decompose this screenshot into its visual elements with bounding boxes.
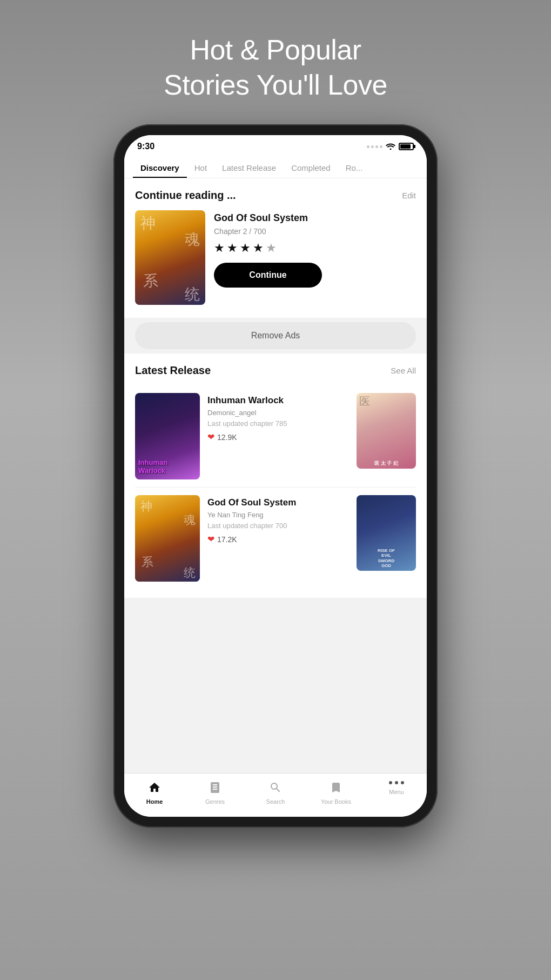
- list-item[interactable]: Inhuman Warlock Inhuman Warlock Demonic_…: [135, 385, 416, 488]
- soul2-title: God Of Soul System: [207, 497, 349, 508]
- continue-section: Continue reading ... Edit 神 魂 系 统 God Of…: [124, 178, 427, 318]
- remove-ads-button[interactable]: Remove Ads: [135, 322, 416, 349]
- latest-title: Latest Release: [135, 364, 211, 377]
- tab-discovery[interactable]: Discovery: [133, 156, 187, 178]
- status-bar: 9:30: [124, 135, 427, 156]
- see-all-action[interactable]: See All: [391, 366, 416, 375]
- continue-book-info: God Of Soul System Chapter 2 / 700 ★ ★ ★…: [214, 210, 416, 288]
- inhuman-title: Inhuman Warlock: [207, 395, 349, 406]
- search-icon: [269, 781, 282, 796]
- nav-menu[interactable]: Menu: [366, 779, 427, 807]
- star-2: ★: [227, 241, 238, 255]
- menu-icon: [389, 781, 404, 784]
- continue-header: Continue reading ... Edit: [135, 189, 416, 202]
- inhuman-likes: ❤ 12.9K: [207, 432, 349, 442]
- tabs-bar: Discovery Hot Latest Release Completed R…: [124, 156, 427, 178]
- latest-header: Latest Release See All: [135, 364, 416, 377]
- battery-icon: [399, 143, 414, 150]
- edit-action[interactable]: Edit: [402, 191, 416, 200]
- hero-line2: Stories You'll Love: [164, 69, 387, 101]
- tab-hot[interactable]: Hot: [187, 156, 214, 178]
- inhuman-cover: Inhuman Warlock: [135, 393, 200, 479]
- star-5: ★: [266, 241, 277, 255]
- side-cover-c1: 医 医 太 子 妃: [357, 393, 416, 469]
- hero-text: Hot & Popular Stories You'll Love: [164, 32, 387, 103]
- soul2-info: God Of Soul System Ye Nan Ting Feng Last…: [207, 495, 349, 544]
- star-4: ★: [253, 241, 264, 255]
- star-3: ★: [240, 241, 251, 255]
- continue-book-card[interactable]: 神 魂 系 统 God Of Soul System Chapter 2 / 7…: [135, 210, 416, 305]
- soul2-author: Ye Nan Ting Feng: [207, 511, 349, 519]
- tab-completed[interactable]: Completed: [284, 156, 338, 178]
- tab-latest-release[interactable]: Latest Release: [214, 156, 284, 178]
- nav-genres[interactable]: Genres: [185, 779, 245, 807]
- home-icon: [148, 781, 161, 796]
- bookmark-icon: [330, 781, 342, 796]
- inhuman-author: Demonic_angel: [207, 409, 349, 417]
- latest-section: Latest Release See All Inhuman Warlock: [124, 354, 427, 598]
- wifi-icon: [386, 142, 395, 151]
- status-icons: [367, 142, 414, 151]
- nav-home-label: Home: [146, 798, 163, 805]
- soul2-chapter: Last updated chapter 700: [207, 522, 349, 530]
- nav-your-books-label: Your Books: [321, 798, 351, 805]
- signal-icon: [367, 145, 382, 148]
- phone-screen: 9:30 Discovery: [124, 135, 427, 817]
- list-item[interactable]: 神 魂 系 统 God Of Soul System Ye Nan Ting F…: [135, 488, 416, 589]
- status-time: 9:30: [137, 142, 154, 151]
- continue-book-chapter: Chapter 2 / 700: [214, 227, 416, 236]
- side-covers-2: RISE OFEVILSWORDGOD: [357, 495, 416, 571]
- star-1: ★: [214, 241, 225, 255]
- nav-menu-label: Menu: [389, 789, 404, 795]
- tab-ro[interactable]: Ro...: [338, 156, 371, 178]
- side-covers-1: 医 医 太 子 妃: [357, 393, 416, 469]
- hero-line1: Hot & Popular: [190, 34, 361, 65]
- heart-icon-1: ❤: [207, 432, 214, 442]
- continue-button[interactable]: Continue: [214, 263, 322, 288]
- phone-wrapper: 9:30 Discovery: [113, 124, 438, 828]
- continue-book-title: God Of Soul System: [214, 212, 416, 224]
- nav-home[interactable]: Home: [124, 779, 185, 807]
- inhuman-chapter: Last updated chapter 785: [207, 419, 349, 428]
- continue-title: Continue reading ...: [135, 189, 236, 202]
- nav-genres-label: Genres: [205, 798, 225, 805]
- side-cover-c2: RISE OFEVILSWORDGOD: [357, 495, 416, 571]
- nav-search-label: Search: [266, 798, 285, 805]
- soul2-cover: 神 魂 系 统: [135, 495, 200, 582]
- screen-content: Continue reading ... Edit 神 魂 系 统 God Of…: [124, 178, 427, 773]
- genres-icon: [209, 781, 221, 796]
- heart-icon-2: ❤: [207, 534, 214, 544]
- nav-search[interactable]: Search: [245, 779, 306, 807]
- book-cover-soul: 神 魂 系 统: [135, 210, 205, 305]
- bottom-nav: Home Genres Search: [124, 773, 427, 817]
- soul2-likes: ❤ 17.2K: [207, 534, 349, 544]
- nav-your-books[interactable]: Your Books: [306, 779, 366, 807]
- inhuman-info: Inhuman Warlock Demonic_angel Last updat…: [207, 393, 349, 442]
- continue-book-stars: ★ ★ ★ ★ ★: [214, 241, 416, 255]
